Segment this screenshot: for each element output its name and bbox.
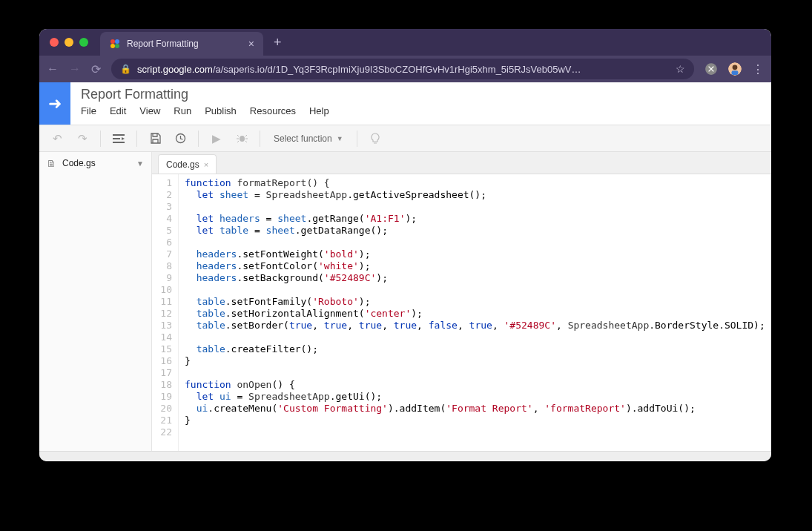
separator bbox=[260, 131, 260, 147]
menu-run[interactable]: Run bbox=[174, 105, 191, 116]
deploy-icon[interactable]: ➜ bbox=[39, 82, 70, 125]
editor-area: Code.gs × 123456789101112131415161718192… bbox=[152, 152, 771, 451]
svg-point-1 bbox=[115, 39, 119, 44]
debug-button[interactable] bbox=[231, 128, 252, 149]
menu-bar: File Edit View Run Publish Resources Hel… bbox=[81, 105, 329, 116]
lightbulb-button[interactable] bbox=[365, 128, 386, 149]
editor-tab-label: Code.gs bbox=[166, 159, 199, 170]
browser-chrome: Report Formatting × + ← → ⟳ 🔒 script.goo… bbox=[39, 29, 771, 82]
status-footer bbox=[39, 451, 771, 461]
indent-button[interactable] bbox=[108, 128, 129, 149]
code-editor[interactable]: 12345678910111213141516171819202122 func… bbox=[152, 174, 771, 451]
svg-rect-10 bbox=[113, 142, 125, 143]
clock-button[interactable] bbox=[170, 128, 191, 149]
svg-point-12 bbox=[240, 136, 245, 142]
arrow-right-icon: ➜ bbox=[48, 94, 62, 113]
browser-window: Report Formatting × + ← → ⟳ 🔒 script.goo… bbox=[39, 29, 771, 461]
chrome-menu-button[interactable]: ⋮ bbox=[752, 62, 764, 76]
menu-help[interactable]: Help bbox=[309, 105, 329, 116]
select-function-dropdown[interactable]: Select function ▼ bbox=[268, 133, 349, 144]
close-window-button[interactable] bbox=[50, 38, 59, 47]
omnibox[interactable]: 🔒 script.google.com/a/saperis.io/d/1D_Yq… bbox=[111, 59, 694, 79]
forward-button[interactable]: → bbox=[69, 62, 81, 76]
separator bbox=[136, 131, 137, 147]
select-function-label: Select function bbox=[274, 133, 332, 144]
editor-tab-strip: Code.gs × bbox=[152, 152, 771, 174]
sidebar-file-item[interactable]: 🗎 Code.gs ▼ bbox=[39, 152, 151, 174]
minimize-window-button[interactable] bbox=[65, 38, 73, 47]
file-icon: 🗎 bbox=[47, 158, 56, 169]
sidebar-filename: Code.gs bbox=[62, 158, 96, 168]
redo-button[interactable]: ↷ bbox=[72, 128, 93, 149]
maximize-window-button[interactable] bbox=[79, 38, 88, 47]
caret-down-icon: ▼ bbox=[337, 135, 343, 142]
svg-point-3 bbox=[115, 44, 119, 48]
toolbar: ↶ ↷ ▶ Select function ▼ bbox=[39, 125, 771, 152]
menu-publish[interactable]: Publish bbox=[205, 105, 237, 116]
svg-rect-7 bbox=[732, 70, 739, 75]
svg-rect-8 bbox=[113, 134, 125, 136]
apps-script-favicon bbox=[109, 38, 121, 50]
address-bar: ← → ⟳ 🔒 script.google.com/a/saperis.io/d… bbox=[39, 56, 771, 82]
menu-resources[interactable]: Resources bbox=[250, 105, 296, 116]
svg-point-0 bbox=[110, 39, 115, 44]
caret-down-icon[interactable]: ▼ bbox=[136, 159, 144, 168]
tab-strip: Report Formatting × + bbox=[39, 29, 771, 56]
app-body: 🗎 Code.gs ▼ Code.gs × 123456789101112131… bbox=[39, 152, 771, 451]
svg-point-6 bbox=[733, 65, 738, 70]
reload-button[interactable]: ⟳ bbox=[91, 62, 101, 76]
project-title[interactable]: Report Formatting bbox=[81, 87, 329, 102]
new-tab-button[interactable]: + bbox=[274, 35, 282, 50]
app-header: ➜ Report Formatting File Edit View Run P… bbox=[39, 82, 771, 125]
close-editor-tab-icon[interactable]: × bbox=[204, 160, 208, 169]
separator bbox=[198, 131, 199, 147]
lock-icon: 🔒 bbox=[120, 64, 131, 74]
undo-button[interactable]: ↶ bbox=[47, 128, 67, 149]
window-controls bbox=[50, 38, 88, 47]
bookmark-star-icon[interactable]: ☆ bbox=[676, 63, 685, 75]
file-sidebar: 🗎 Code.gs ▼ bbox=[39, 152, 152, 451]
back-button[interactable]: ← bbox=[47, 62, 59, 76]
editor-tab[interactable]: Code.gs × bbox=[158, 154, 217, 174]
svg-point-2 bbox=[110, 44, 115, 48]
svg-rect-9 bbox=[113, 138, 120, 139]
close-tab-icon[interactable]: × bbox=[248, 38, 254, 50]
menu-view[interactable]: View bbox=[139, 105, 160, 116]
browser-tab[interactable]: Report Formatting × bbox=[100, 32, 263, 56]
code-content[interactable]: function formatReport() { let sheet = Sp… bbox=[179, 174, 771, 451]
save-button[interactable] bbox=[145, 128, 165, 149]
separator bbox=[100, 131, 101, 147]
run-button[interactable]: ▶ bbox=[206, 128, 227, 149]
menu-edit[interactable]: Edit bbox=[110, 105, 126, 116]
profile-avatar[interactable] bbox=[728, 62, 742, 76]
menu-file[interactable]: File bbox=[81, 105, 96, 116]
tab-title: Report Formatting bbox=[127, 39, 242, 49]
extension-icon[interactable] bbox=[704, 62, 718, 76]
url-text: script.google.com/a/saperis.io/d/1D_Yq3F… bbox=[137, 64, 670, 75]
line-gutter: 12345678910111213141516171819202122 bbox=[152, 174, 179, 451]
separator bbox=[357, 131, 357, 147]
